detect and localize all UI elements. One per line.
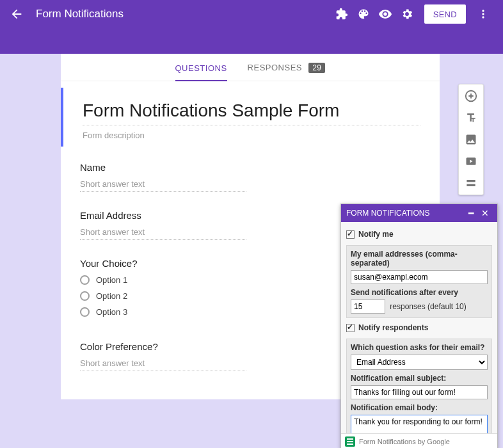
add-section-icon[interactable] — [463, 175, 479, 191]
my-emails-label: My email addresses (comma-separated) — [351, 250, 488, 268]
close-icon[interactable]: ✕ — [478, 208, 492, 218]
addon-footer-label: Form Notifications by Google — [359, 438, 450, 445]
add-video-icon[interactable] — [463, 154, 479, 169]
option-label: Option 2 — [96, 291, 127, 301]
svg-rect-2 — [467, 180, 475, 182]
short-answer-placeholder: Short answer text — [80, 227, 246, 240]
gear-icon[interactable] — [396, 3, 418, 25]
tab-responses-label: RESPONSES — [248, 63, 302, 72]
which-question-select[interactable]: Email Address — [351, 355, 488, 370]
addon-header: FORM NOTIFICATIONS ━ ✕ — [341, 204, 497, 222]
app-header: Form Notifications SEND — [0, 0, 503, 28]
short-answer-placeholder: Short answer text — [80, 179, 246, 192]
which-question-label: Which question asks for their email? — [351, 343, 488, 352]
send-after-label: Send notifications after every — [351, 288, 488, 297]
my-emails-input[interactable] — [351, 270, 488, 284]
add-title-icon[interactable] — [463, 110, 479, 125]
send-after-suffix: responses (default 10) — [390, 302, 466, 311]
subject-input[interactable] — [351, 385, 488, 399]
send-button[interactable]: SEND — [424, 4, 466, 24]
option-label: Option 3 — [96, 307, 127, 317]
addon-panel: FORM NOTIFICATIONS ━ ✕ Notify me My emai… — [340, 204, 498, 448]
preview-icon[interactable] — [374, 3, 396, 25]
form-title[interactable]: Form Notifications Sample Form — [83, 100, 420, 125]
floating-toolbar — [458, 84, 484, 195]
notify-me-checkbox[interactable]: Notify me — [346, 230, 492, 239]
page-title: Form Notifications — [36, 8, 124, 20]
tab-row: QUESTIONS RESPONSES 29 — [61, 54, 440, 81]
minimize-icon[interactable]: ━ — [464, 208, 478, 218]
addon-title: FORM NOTIFICATIONS — [346, 209, 429, 218]
tab-questions[interactable]: QUESTIONS — [175, 54, 227, 81]
addons-icon[interactable] — [331, 3, 353, 25]
option-label: Option 1 — [96, 275, 127, 285]
palette-icon[interactable] — [353, 3, 374, 25]
short-answer-placeholder: Short answer text — [80, 358, 246, 371]
radio-icon — [80, 291, 90, 301]
back-icon[interactable] — [9, 6, 24, 22]
more-icon[interactable] — [472, 3, 494, 25]
svg-rect-3 — [467, 184, 475, 186]
subject-label: Notification email subject: — [351, 374, 488, 383]
body-label: Notification email body: — [351, 403, 488, 412]
responses-badge: 29 — [308, 63, 325, 73]
add-question-icon[interactable] — [463, 88, 479, 104]
notify-respondents-checkbox[interactable]: Notify respondents — [346, 323, 492, 332]
radio-icon — [80, 307, 90, 317]
form-description[interactable]: Form description — [83, 131, 420, 140]
addon-body: Notify me My email addresses (comma-sepa… — [341, 222, 497, 433]
notify-me-label: Notify me — [358, 230, 394, 239]
radio-icon — [80, 275, 90, 285]
checkbox-icon — [346, 324, 355, 332]
tab-responses[interactable]: RESPONSES 29 — [248, 54, 326, 81]
apps-script-icon — [345, 436, 355, 447]
addon-footer: Form Notifications by Google — [341, 433, 497, 448]
question-label: Name — [80, 162, 420, 173]
body-textarea[interactable] — [351, 415, 488, 433]
checkbox-icon — [346, 230, 355, 239]
notify-respondents-label: Notify respondents — [358, 323, 428, 332]
add-image-icon[interactable] — [463, 132, 479, 147]
send-after-input[interactable] — [351, 300, 385, 314]
question-name[interactable]: Name Short answer text — [61, 153, 440, 201]
